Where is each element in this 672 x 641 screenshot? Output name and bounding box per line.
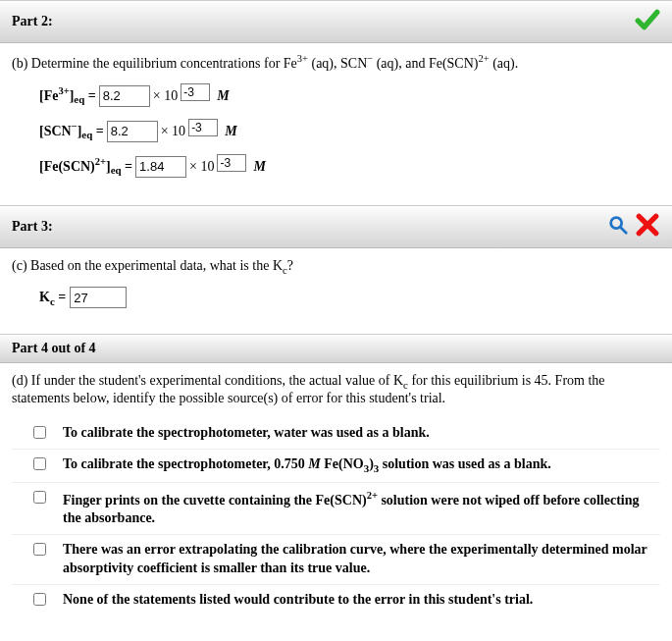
unit-m: M [225,124,236,139]
choice-1-checkbox[interactable] [33,457,46,470]
choice-1-text: To calibrate the spectrophotometer, 0.75… [63,455,551,476]
eq-row-fe: [Fe3+]eq = × 10 M [39,83,660,109]
part2-title: Part 2: [12,14,53,29]
part4-question: (d) If under the student's experimental … [12,373,660,406]
unit-m: M [253,159,265,175]
kc-input[interactable] [70,287,127,308]
choice-2-text: Finger prints on the cuvette containing … [63,489,660,528]
eq-row-fescn: [Fe(SCN)2+]eq = × 10 M [39,154,660,180]
species-fescn: [Fe(SCN)2+]eq = [39,156,132,176]
unit-m: M [217,88,229,104]
incorrect-x-icon [635,212,660,241]
part3-title: Part 3: [12,219,53,235]
times10: × 10 [153,88,178,104]
choice-3-text: There was an error extrapolating the cal… [63,541,660,578]
scn-value-input[interactable] [107,121,158,142]
choice-3-checkbox[interactable] [33,543,46,556]
part3-question: (c) Based on the experimental data, what… [12,258,660,276]
choice-0-text: To calibrate the spectrophotometer, wate… [63,424,430,443]
choice-row-4: None of the statements listed would cont… [12,585,660,615]
choice-row-1: To calibrate the spectrophotometer, 0.75… [12,450,660,483]
fe-exp-input[interactable] [181,83,210,101]
species-scn: [SCN−]eq = [39,121,104,140]
part2-header: Part 2: [0,0,672,43]
choice-row-0: To calibrate the spectrophotometer, wate… [12,418,660,450]
part4-header: Part 4 out of 4 [0,334,672,363]
scn-exp-input[interactable] [188,119,218,136]
choice-row-2: Finger prints on the cuvette containing … [12,483,660,535]
species-fe: [Fe3+]eq = [39,85,96,105]
magnifier-icon[interactable] [607,214,629,240]
fe-value-input[interactable] [99,85,150,107]
svg-line-1 [621,227,627,233]
choice-2-checkbox[interactable] [33,491,46,504]
choice-0-checkbox[interactable] [33,426,46,439]
choice-row-3: There was an error extrapolating the cal… [12,535,660,585]
times10: × 10 [161,124,185,139]
correct-check-icon [635,7,660,36]
part4-title: Part 4 out of 4 [12,341,96,356]
part4-content: (d) If under the student's experimental … [0,363,672,630]
kc-label: Kc = [39,290,66,307]
fescn-exp-input[interactable] [217,154,246,172]
part2-question: (b) Determine the equilibrium concentrat… [12,53,660,72]
kc-row: Kc = [39,287,660,308]
choice-4-checkbox[interactable] [33,593,46,606]
part3-header: Part 3: [0,205,672,248]
times10: × 10 [189,159,214,175]
fescn-value-input[interactable] [135,156,186,178]
eq-row-scn: [SCN−]eq = × 10 M [39,119,660,144]
choice-4-text: None of the statements listed would cont… [63,591,533,610]
part3-content: (c) Based on the experimental data, what… [0,248,672,335]
part2-content: (b) Determine the equilibrium concentrat… [0,43,672,205]
